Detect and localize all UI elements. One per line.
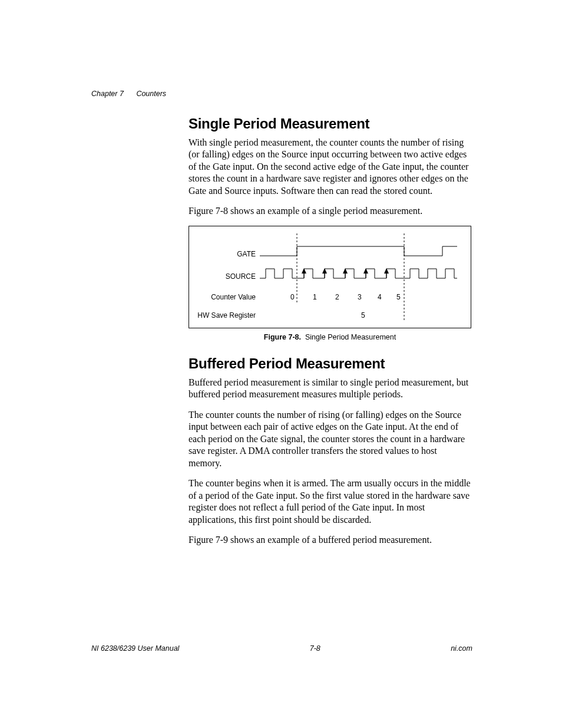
counter-val-3: 3: [358, 293, 362, 301]
para-single-2: Figure 7-8 shows an example of a single …: [189, 205, 471, 217]
para-buffered-2: The counter counts the number of rising …: [189, 409, 471, 469]
label-source: SOURCE: [189, 272, 256, 281]
page-header: Chapter 7 Counters: [91, 90, 166, 98]
counter-val-1: 1: [313, 293, 317, 301]
chapter-label: Chapter 7: [91, 90, 124, 98]
footer-url: ni.com: [451, 644, 472, 653]
heading-single-period: Single Period Measurement: [189, 116, 471, 132]
para-buffered-1: Buffered period measurement is similar t…: [189, 377, 471, 401]
footer-page: 7-8: [310, 644, 320, 653]
label-gate: GATE: [189, 250, 256, 258]
counter-val-4: 4: [378, 293, 382, 301]
para-buffered-4: Figure 7-9 shows an example of a buffere…: [189, 534, 471, 546]
figure-7-8: GATE SOURCE Counter Value HW Save Regist…: [189, 226, 471, 328]
figure-number: Figure 7-8.: [264, 333, 301, 341]
figure-caption: Figure 7-8. Single Period Measurement: [189, 333, 471, 341]
counter-val-5: 5: [396, 293, 401, 301]
counter-val-2: 2: [335, 293, 339, 301]
label-counter: Counter Value: [189, 293, 256, 301]
para-buffered-3: The counter begins when it is armed. The…: [189, 477, 471, 526]
para-single-1: With single period measurement, the coun…: [189, 137, 471, 197]
page-footer: NI 6238/6239 User Manual 7-8 ni.com: [91, 644, 472, 653]
footer-manual: NI 6238/6239 User Manual: [91, 644, 179, 653]
heading-buffered-period: Buffered Period Measurement: [189, 355, 471, 372]
hw-save-value: 5: [361, 311, 365, 319]
counter-val-0: 0: [290, 293, 295, 301]
figure-caption-text: Single Period Measurement: [305, 333, 396, 341]
main-content: Single Period Measurement With single pe…: [189, 116, 471, 554]
label-hwsave: HW Save Register: [189, 311, 256, 319]
topic-label: Counters: [136, 90, 166, 98]
